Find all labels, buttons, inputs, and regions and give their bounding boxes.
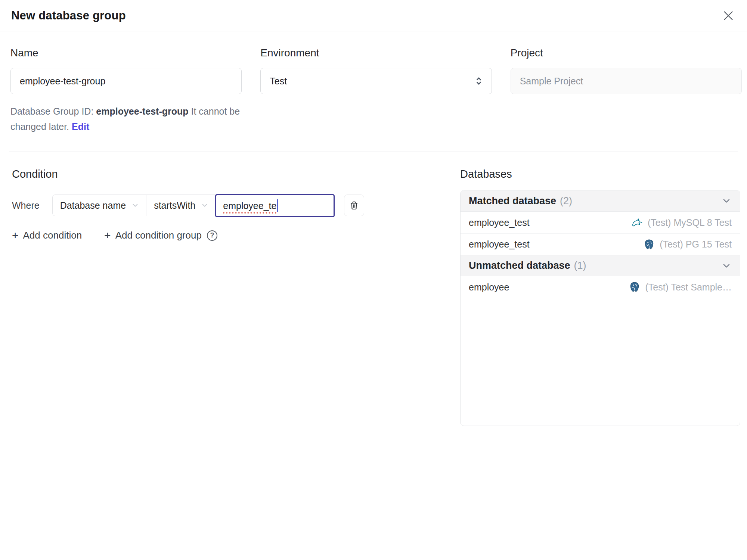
environment-field-group: Environment Test [260,47,492,134]
name-input[interactable] [10,68,242,94]
environment-select[interactable]: Test [260,68,492,94]
database-name: employee_test [469,239,530,250]
matched-database-header[interactable]: Matched database(2) [461,190,740,212]
group-id-note: Database Group ID: employee-test-group I… [10,104,242,134]
name-label: Name [10,47,242,59]
text-caret [277,199,278,212]
environment-label: Environment [260,47,492,59]
database-instance-label: (Test) Test Sample… [645,282,732,293]
name-field-group: Name Database Group ID: employee-test-gr… [10,47,242,134]
postgresql-icon [643,239,655,251]
matched-database-label: Matched database(2) [469,195,572,207]
database-instance-label: (Test) PG 15 Test [660,239,732,250]
mysql-icon [631,217,643,228]
chevron-down-icon [721,196,732,206]
condition-expression-group: Database name startsWith employee_te [52,195,335,216]
database-instance: (Test) MySQL 8 Test [631,217,732,228]
chevron-down-icon [721,261,732,271]
group-id-value: employee-test-group [96,106,188,116]
database-name: employee_test [469,217,530,228]
project-input [511,68,742,94]
condition-section: Condition Where Database name startsWith [12,168,441,426]
database-name: employee [469,282,509,293]
databases-title: Databases [460,168,740,180]
trash-icon [349,200,359,211]
database-instance-label: (Test) MySQL 8 Test [648,217,732,228]
group-id-note-prefix: Database Group ID: [10,106,96,116]
condition-field-value: Database name [60,200,126,211]
unmatched-database-label: Unmatched database(1) [469,260,586,271]
condition-row: Where Database name startsWith employee_… [12,195,441,216]
condition-actions-row: + Add condition + Add condition group ? [12,230,441,241]
edit-group-id-link[interactable]: Edit [72,121,89,132]
databases-section: Databases Matched database(2) employee_t… [460,168,740,426]
dialog-header: New database group [0,0,747,31]
select-updown-icon [474,76,484,86]
condition-operator-select[interactable]: startsWith [146,195,216,216]
delete-condition-button[interactable] [344,195,364,216]
condition-value-text: employee_te [223,200,276,211]
form-row: Name Database Group ID: employee-test-gr… [0,47,747,134]
help-icon[interactable]: ? [207,230,217,241]
unmatched-database-count: (1) [574,260,586,271]
lower-section: Condition Where Database name startsWith [0,168,747,426]
add-condition-group-label: Add condition group [115,230,202,241]
add-condition-group-button[interactable]: + Add condition group ? [104,230,217,241]
environment-selected-value: Test [270,76,287,87]
plus-icon: + [12,230,19,241]
condition-title: Condition [12,168,441,180]
database-row: employee_test (Test) PG 15 Test [461,233,740,255]
section-divider [9,152,738,152]
condition-value-input[interactable]: employee_te [215,194,335,217]
add-condition-label: Add condition [23,230,82,241]
condition-field-select[interactable]: Database name [53,195,146,216]
add-condition-button[interactable]: + Add condition [12,230,82,241]
database-instance: (Test) PG 15 Test [643,239,732,251]
plus-icon: + [104,230,111,241]
close-button[interactable] [721,8,736,23]
close-icon [722,9,735,22]
unmatched-database-header[interactable]: Unmatched database(1) [461,255,740,276]
database-row: employee (Test) Test Sample… [461,276,740,298]
database-instance: (Test) Test Sample… [629,281,732,293]
where-label: Where [12,200,40,211]
dialog-title: New database group [11,9,126,22]
condition-operator-value: startsWith [154,200,195,211]
matched-database-count: (2) [560,195,572,206]
database-row: employee_test (Test) MySQL 8 Test [461,212,740,233]
databases-panel: Matched database(2) employee_test (Test)… [460,190,740,426]
project-field-group: Project [511,47,742,134]
chevron-down-icon [131,201,139,209]
postgresql-icon [629,281,641,293]
project-label: Project [511,47,742,59]
chevron-down-icon [201,201,209,209]
